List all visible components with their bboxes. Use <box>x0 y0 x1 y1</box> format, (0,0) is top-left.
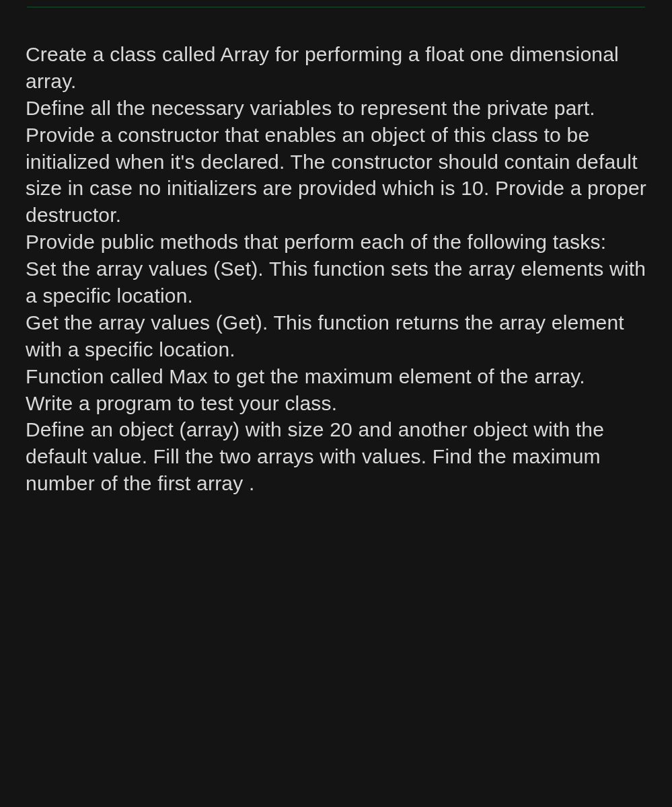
document-content: Create a class called Array for performi… <box>0 7 672 497</box>
paragraph-5: Get the array values (Get). This functio… <box>26 309 646 363</box>
paragraph-4: Set the array values (Set). This functio… <box>26 256 646 309</box>
paragraph-2: Define all the necessary variables to re… <box>26 95 646 229</box>
paragraph-7: Write a program to test your class. <box>26 390 646 417</box>
paragraph-8: Define an object (array) with size 20 an… <box>26 416 646 497</box>
paragraph-1: Create a class called Array for performi… <box>26 41 646 95</box>
paragraph-6: Function called Max to get the maximum e… <box>26 363 646 390</box>
paragraph-3: Provide public methods that perform each… <box>26 229 646 256</box>
